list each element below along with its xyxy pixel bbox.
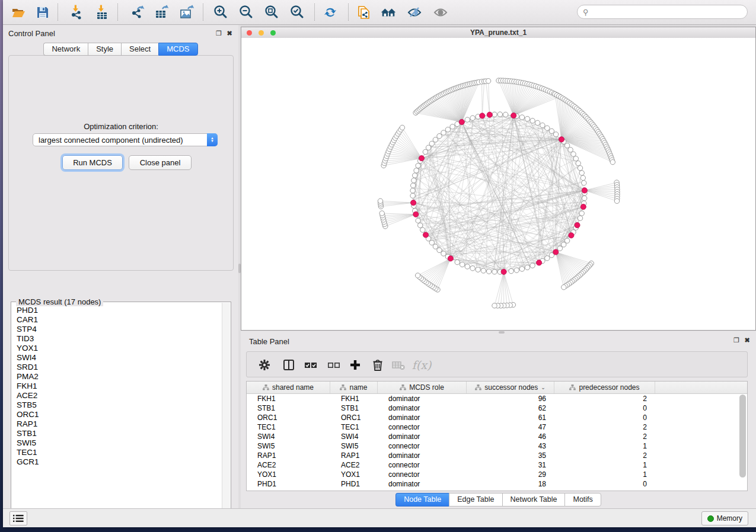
cell-MCDS-role[interactable]: dominator xyxy=(378,432,467,441)
mcds-node-item[interactable]: ORC1 xyxy=(12,410,222,419)
function-builder-icon[interactable]: f(x) xyxy=(414,357,429,373)
network-node[interactable] xyxy=(492,112,497,117)
settings-icon[interactable] xyxy=(257,357,272,373)
clone-network-icon[interactable] xyxy=(355,4,372,21)
zoom-fit-icon[interactable] xyxy=(263,4,280,21)
tab-mcds[interactable]: MCDS xyxy=(158,43,197,56)
table-row[interactable]: SWI5SWI5connector431 xyxy=(247,441,747,451)
mcds-node-item[interactable]: YOX1 xyxy=(12,344,222,353)
mcds-node-item[interactable]: ACE2 xyxy=(12,391,222,400)
network-node[interactable] xyxy=(416,218,420,223)
network-node[interactable] xyxy=(571,152,576,156)
cell-successor-nodes[interactable]: 35 xyxy=(467,451,554,460)
cell-MCDS-role[interactable]: dominator xyxy=(378,395,467,403)
select-all-rows-icon[interactable] xyxy=(303,357,318,373)
search-box[interactable]: ⚲ xyxy=(577,5,748,19)
cell-successor-nodes[interactable]: 61 xyxy=(467,414,554,422)
cell-shared-name[interactable]: PHD1 xyxy=(247,480,330,488)
float-table-panel-icon[interactable]: ❐ xyxy=(732,336,741,344)
add-icon[interactable] xyxy=(347,357,363,373)
network-graph[interactable] xyxy=(241,38,755,331)
mcds-dominator-node[interactable] xyxy=(487,112,492,117)
cell-MCDS-role[interactable]: dominator xyxy=(378,404,467,412)
network-leaf-node[interactable] xyxy=(378,198,382,203)
table-row[interactable]: RAP1RAP1dominator352 xyxy=(247,451,747,460)
cell-successor-nodes[interactable]: 47 xyxy=(467,423,554,431)
network-node[interactable] xyxy=(411,183,416,188)
network-node[interactable] xyxy=(426,145,430,150)
cell-MCDS-role[interactable]: dominator xyxy=(378,451,467,460)
export-network-icon[interactable] xyxy=(129,4,145,21)
network-node[interactable] xyxy=(564,143,569,148)
network-leaf-node[interactable] xyxy=(400,125,404,130)
network-leaf-node[interactable] xyxy=(610,159,615,164)
network-node[interactable] xyxy=(416,163,420,168)
network-node[interactable] xyxy=(525,116,529,121)
zoom-selected-icon[interactable] xyxy=(289,4,305,21)
network-node[interactable] xyxy=(437,134,442,139)
network-node[interactable] xyxy=(433,244,438,249)
float-panel-icon[interactable]: ❐ xyxy=(215,29,223,37)
cell-predecessor-nodes[interactable]: 2 xyxy=(554,423,655,431)
network-node[interactable] xyxy=(470,266,475,271)
close-panel-icon[interactable]: ✖ xyxy=(225,29,234,37)
table-row[interactable]: TEC1TEC1connector472 xyxy=(247,422,747,432)
cell-predecessor-nodes[interactable]: 2 xyxy=(554,395,655,403)
cell-name[interactable]: ORC1 xyxy=(330,414,378,422)
table-row[interactable]: YOX1YOX1connector291 xyxy=(247,470,747,479)
close-table-panel-icon[interactable]: ✖ xyxy=(743,336,751,344)
column-header-shared-name[interactable]: shared name xyxy=(247,382,330,393)
cell-successor-nodes[interactable]: 18 xyxy=(467,480,554,488)
zoom-in-icon[interactable] xyxy=(212,4,229,21)
network-node[interactable] xyxy=(579,171,584,175)
network-node[interactable] xyxy=(486,269,491,274)
mcds-node-item[interactable]: FKH1 xyxy=(12,382,222,391)
network-node[interactable] xyxy=(418,223,423,227)
cell-predecessor-nodes[interactable]: 0 xyxy=(554,480,655,488)
cell-successor-nodes[interactable]: 29 xyxy=(467,470,554,479)
network-node[interactable] xyxy=(481,268,486,273)
mcds-node-item[interactable]: TID3 xyxy=(12,334,222,344)
cell-MCDS-role[interactable]: dominator xyxy=(378,480,467,488)
cell-predecessor-nodes[interactable]: 0 xyxy=(554,414,655,422)
network-node[interactable] xyxy=(525,265,529,270)
cell-shared-name[interactable]: ORC1 xyxy=(247,414,330,422)
network-node[interactable] xyxy=(557,246,562,251)
table-row[interactable]: SWI4SWI4dominator462 xyxy=(247,432,747,441)
tab-motifs[interactable]: Motifs xyxy=(564,493,601,507)
mcds-dominator-node[interactable] xyxy=(537,260,542,265)
network-node[interactable] xyxy=(465,264,470,269)
mcds-node-item[interactable]: RAP1 xyxy=(12,419,222,429)
network-node[interactable] xyxy=(519,267,524,271)
network-node[interactable] xyxy=(564,238,569,243)
cell-name[interactable]: RAP1 xyxy=(330,451,378,460)
network-node[interactable] xyxy=(514,268,519,273)
zoom-out-icon[interactable] xyxy=(238,4,254,21)
network-node[interactable] xyxy=(410,193,415,198)
open-file-icon[interactable] xyxy=(10,4,27,21)
network-node[interactable] xyxy=(429,141,434,146)
network-node[interactable] xyxy=(573,156,578,161)
memory-button[interactable]: Memory xyxy=(701,511,748,525)
cell-name[interactable]: FKH1 xyxy=(330,395,378,403)
network-node[interactable] xyxy=(535,120,540,125)
cell-successor-nodes[interactable]: 96 xyxy=(467,395,554,403)
network-node[interactable] xyxy=(460,262,464,267)
network-node[interactable] xyxy=(579,211,584,216)
cell-name[interactable]: ACE2 xyxy=(330,461,378,469)
network-node[interactable] xyxy=(549,129,554,133)
mcds-list-scrollbar[interactable] xyxy=(222,303,230,521)
cell-shared-name[interactable]: YOX1 xyxy=(247,470,330,479)
cell-MCDS-role[interactable]: connector xyxy=(378,423,467,431)
table-scrollbar[interactable] xyxy=(739,395,746,477)
mcds-node-item[interactable]: PHD1 xyxy=(12,306,222,315)
hide-selected-icon[interactable] xyxy=(406,4,423,21)
network-leaf-node[interactable] xyxy=(415,273,420,278)
import-table-icon[interactable] xyxy=(93,4,110,21)
mcds-dominator-node[interactable] xyxy=(582,188,587,193)
network-node[interactable] xyxy=(412,178,416,182)
deselect-all-rows-icon[interactable] xyxy=(326,357,342,373)
search-input[interactable] xyxy=(589,8,747,16)
column-header-successor-nodes[interactable]: successor nodes ⌄ xyxy=(467,382,554,393)
tab-network-table[interactable]: Network Table xyxy=(502,493,565,507)
